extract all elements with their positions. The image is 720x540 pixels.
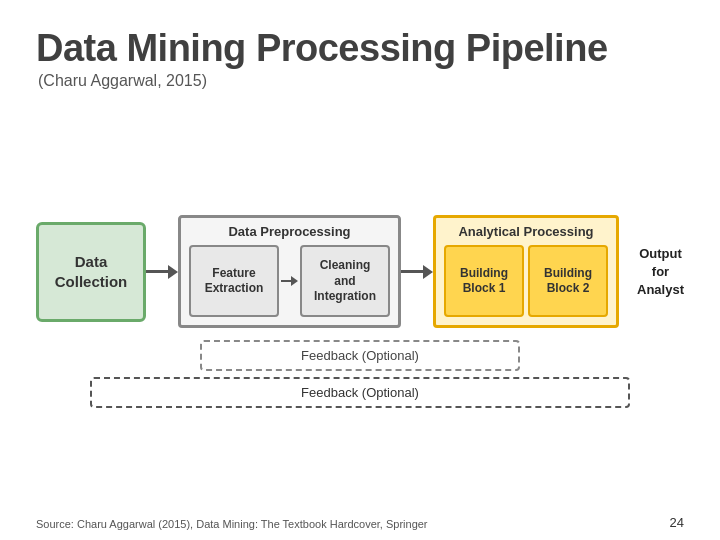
arrow-line-2 xyxy=(401,270,423,273)
arrow-head xyxy=(168,265,178,279)
analytical-label: Analytical Processing xyxy=(458,224,593,239)
pipeline-row: Data Collection Data Preprocessing Featu… xyxy=(36,215,684,328)
source-text: Source: Charu Aggarwal (2015), Data Mini… xyxy=(36,518,428,530)
preprocessing-label: Data Preprocessing xyxy=(228,224,350,239)
analytical-inner: Building Block 1 Building Block 2 xyxy=(444,245,608,317)
arrow-to-preprocessing xyxy=(146,265,178,279)
output-box: Output for Analyst xyxy=(637,245,684,300)
output-line1: Output xyxy=(639,245,682,263)
block2-label: Building Block 2 xyxy=(544,266,592,297)
analytical-box: Analytical Processing Building Block 1 B… xyxy=(433,215,619,328)
diagram-area: Data Collection Data Preprocessing Featu… xyxy=(36,100,684,524)
block1-label: Building Block 1 xyxy=(460,266,508,297)
feature-extraction-label: Feature Extraction xyxy=(205,266,264,297)
preprocessing-inner: Feature Extraction Cleaning and Integrat… xyxy=(189,245,390,317)
main-title: Data Mining Processing Pipeline xyxy=(36,28,684,70)
preprocessing-box: Data Preprocessing Feature Extraction Cl… xyxy=(178,215,401,328)
arrow-line xyxy=(146,270,168,273)
output-line3: Analyst xyxy=(637,281,684,299)
small-arrow-1 xyxy=(281,276,298,286)
subtitle: (Charu Aggarwal, 2015) xyxy=(38,72,684,90)
arrow-head-2 xyxy=(423,265,433,279)
page: Data Mining Processing Pipeline (Charu A… xyxy=(0,0,720,540)
page-number: 24 xyxy=(670,515,684,530)
feedback-outer-box: Feedback (Optional) xyxy=(90,377,630,408)
arrow-to-analytical xyxy=(401,265,433,279)
feature-extraction-box: Feature Extraction xyxy=(189,245,279,317)
data-collection-label: Data Collection xyxy=(55,252,128,291)
building-block-1: Building Block 1 xyxy=(444,245,524,317)
building-block-2: Building Block 2 xyxy=(528,245,608,317)
output-line2: for xyxy=(652,263,669,281)
cleaning-box: Cleaning and Integration xyxy=(300,245,390,317)
feedback-inner-box: Feedback (Optional) xyxy=(200,340,520,371)
feedback-area: Feedback (Optional) Feedback (Optional) xyxy=(36,340,684,408)
data-collection-box: Data Collection xyxy=(36,222,146,322)
cleaning-label: Cleaning and Integration xyxy=(314,258,376,305)
